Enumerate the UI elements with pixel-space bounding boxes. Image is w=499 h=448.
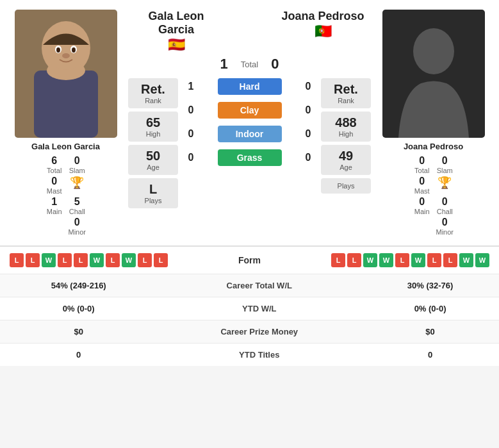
left-age-val: 50 [128,149,178,163]
left-slam-label: Slam [69,167,85,174]
svg-point-8 [72,47,76,53]
left-trophy-icon: 🏆 [70,176,84,190]
right-stats-block: Ret. Rank 488 High 49 Age Plays [321,78,371,208]
svg-point-4 [43,24,89,70]
right-rank-val: Ret. [321,82,371,97]
ytd-titles-right: 0 [361,344,499,367]
right-trophy-icon-cell: 🏆 [436,176,454,195]
right-mast-cell: 0 Mast [413,176,431,195]
top-section: Gala Leon Garcia 6 Total 0 Slam 0 Mast 🏆 [0,0,499,245]
form-label: Form [224,255,275,265]
svg-point-9 [62,53,70,58]
prize-money-row: $0 Career Prize Money $0 [0,320,499,344]
left-mast-value: 0 [51,176,57,187]
left-minor-label: Minor [69,228,86,236]
career-wl-right: 30% (32-76) [361,274,499,297]
form-badge-right: L [347,253,361,267]
total-score-right: 0 [271,56,279,72]
form-badge-right: W [459,253,473,267]
right-age-lbl: Age [321,163,371,171]
player-right-photo [382,10,485,138]
career-wl-label: Career Total W/L [157,274,361,297]
left-main-value-cell: 1 Main [45,196,63,215]
spacer2 [413,217,423,236]
player-right: Joana Pedroso 0 Total 0 Slam 0 Mast 🏆 [374,10,493,236]
right-chall-cell: 0 Chall [436,196,454,215]
left-rank-val: Ret. [128,82,178,97]
right-main-value-cell: 0 Main [413,196,431,215]
left-slam-cell: 0 Slam [69,155,86,174]
form-badge-right: W [411,253,425,267]
left-trophy-icon-cell: 🏆 [69,176,86,195]
ytd-titles-left: 0 [0,344,157,367]
form-badge-right: L [443,253,457,267]
right-flag: 🇵🇹 [315,23,332,40]
hard-score-right: 0 [299,81,318,92]
left-mast-cell: 0 Mast [45,176,63,195]
career-wl-left: 54% (249-216) [0,274,157,297]
clay-score-right: 0 [299,104,318,116]
total-score-left: 1 [220,56,228,72]
right-age-card: 49 Age [321,145,371,175]
right-slam-value: 0 [442,155,448,167]
ytd-wl-right: 0% (0-0) [361,297,499,320]
form-badge-right: L [331,253,345,267]
right-total-label: Total [414,167,429,174]
right-main-value: 0 [419,196,425,208]
indoor-score-right: 0 [299,128,318,140]
career-wl-row: 54% (249-216) Career Total W/L 30% (32-7… [0,274,499,297]
main-container: Gala Leon Garcia 6 Total 0 Slam 0 Mast 🏆 [0,0,499,366]
form-badge-left: L [58,253,72,267]
form-section: LLWLLWLWLL Form LLWWLWLLWW [0,245,499,274]
left-age-card: 50 Age [128,145,178,175]
form-badge-right: W [379,253,393,267]
left-total-label: Total [47,167,61,174]
ytd-wl-label: YTD W/L [157,297,361,320]
form-badge-right: L [395,253,409,267]
surface-grass-row: 0 Grass 0 [181,149,318,166]
form-badge-left: L [138,253,152,267]
right-plays-card: Plays [321,178,371,194]
form-badge-left: W [90,253,104,267]
total-score-label: Total [241,60,258,69]
form-badge-right: W [363,253,377,267]
left-minor-value: 0 [74,217,80,228]
right-high-val: 488 [321,115,371,130]
ytd-titles-label: YTD Titles [157,344,361,367]
left-total-cell: 6 Total [45,155,63,174]
indoor-score-left: 0 [181,128,200,140]
form-badge-left: W [122,253,136,267]
form-badge-right: L [427,253,441,267]
prize-money-right: $0 [361,320,499,344]
prize-money-label: Career Prize Money [157,320,361,344]
right-rank-card: Ret. Rank [321,78,371,108]
hard-score-left: 1 [181,81,200,92]
form-badge-right: W [475,253,489,267]
surface-hard-row: 1 Hard 0 [181,78,318,95]
grass-score-right: 0 [299,152,318,163]
center-table-area: Ret. Rank 65 High 50 Age L Plays [128,78,371,208]
form-badge-left: L [106,253,120,267]
right-name-flag-block: Joana Pedroso 🇵🇹 [278,10,368,40]
left-player-name-center: Gala Leon Garcia [131,10,221,37]
left-plays-card: L Plays [128,178,178,208]
total-score-row: 1 Total 0 [128,56,371,72]
form-badge-left: W [42,253,56,267]
left-chall-label: Chall [69,208,85,215]
player-left-photo-svg [15,10,117,138]
right-total-value: 0 [419,155,425,167]
left-chall-cell: 5 Chall [69,196,86,215]
left-mast-label: Mast [47,187,62,195]
left-high-lbl: High [128,130,178,138]
left-total-value: 6 [51,155,57,167]
indoor-badge: Indoor [218,126,282,142]
stats-table: 54% (249-216) Career Total W/L 30% (32-7… [0,274,499,366]
form-row: LLWLLWLWLL Form LLWWLWLLWW [10,253,489,267]
prize-money-left: $0 [0,320,157,344]
grass-score-left: 0 [181,152,200,163]
right-slam-cell: 0 Slam [436,155,454,174]
svg-point-11 [413,28,454,74]
right-slam-label: Slam [437,167,453,174]
ytd-wl-left: 0% (0-0) [0,297,157,320]
middle-surface-block: 1 Hard 0 0 Clay 0 0 Indoor 0 [181,78,318,208]
